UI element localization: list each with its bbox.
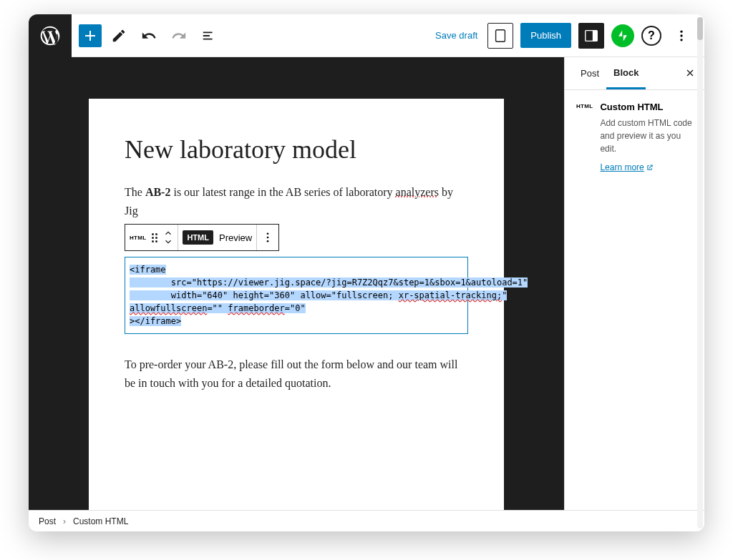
post-title[interactable]: New laboratory model [125,134,468,164]
close-sidebar-button[interactable] [684,67,696,81]
custom-html-block[interactable]: <iframe src="https://viewer.jig.space/?j… [125,257,468,334]
redo-button[interactable] [166,23,192,49]
outline-icon [201,28,217,44]
block-options-button[interactable] [257,225,278,250]
redo-icon [171,28,187,44]
publish-button[interactable]: Publish [520,23,571,48]
sidebar-tabs: Post Block [565,57,704,90]
svg-rect-2 [593,30,597,41]
pencil-icon [111,28,127,44]
paragraph-1[interactable]: The AB-2 is our latest range in the AB s… [125,183,468,220]
document-outline-button[interactable] [196,23,222,49]
learn-more-link[interactable]: Learn more [600,162,653,172]
breadcrumb-root[interactable]: Post [39,516,56,526]
html-type-icon: HTML [130,235,146,241]
kebab-icon [261,231,274,244]
svg-point-4 [680,34,682,36]
jetpack-icon [616,29,630,43]
scrollbar-thumb[interactable] [697,17,703,40]
post-page: New laboratory model The AB-2 is our lat… [89,99,504,510]
settings-panel-toggle[interactable] [578,23,604,49]
breadcrumb: Post › Custom HTML [29,510,704,531]
svg-point-7 [267,237,269,239]
preview-button[interactable] [487,23,513,49]
edit-tool-button[interactable] [106,23,132,49]
preview-mode-button[interactable]: Preview [219,232,252,243]
block-type-switcher[interactable]: HTML [125,225,178,250]
block-info-title: Custom HTML [600,102,693,112]
settings-sidebar: Post Block HTML Custom HTML Add custom H… [564,57,704,510]
tab-block[interactable]: Block [606,58,646,89]
external-link-icon [646,164,654,172]
breadcrumb-current[interactable]: Custom HTML [73,516,128,526]
app-window: Save draft Publish ? New laboratory mode… [29,14,704,531]
html-mode-button[interactable]: HTML [183,230,213,245]
drag-handle-icon[interactable] [152,233,157,242]
device-icon [492,28,508,44]
tab-post[interactable]: Post [573,59,606,88]
editor-area: New laboratory model The AB-2 is our lat… [29,57,704,510]
html-block-icon: HTML [576,103,593,109]
wordpress-logo[interactable] [29,14,72,57]
svg-rect-0 [496,29,505,41]
html-preview-toggle: HTML Preview [178,225,257,250]
block-info-panel: HTML Custom HTML Add custom HTML code an… [565,90,704,184]
close-icon [684,67,696,79]
svg-point-6 [267,233,269,235]
top-toolbar: Save draft Publish ? [29,14,704,57]
svg-point-3 [680,30,682,32]
block-info-description: Add custom HTML code and preview it as y… [600,117,693,155]
options-button[interactable] [669,23,694,49]
kebab-icon [674,29,689,43]
block-toolbar: HTML HTML Preview [125,224,279,251]
plus-icon [82,27,99,44]
paragraph-2[interactable]: To pre-order your AB-2, please fill out … [125,355,468,392]
help-button[interactable]: ? [641,26,661,46]
scrollbar-track [697,17,703,529]
chevron-down-icon [163,238,173,245]
breadcrumb-separator: › [63,516,66,526]
undo-icon [141,28,157,44]
jetpack-button[interactable] [611,24,634,47]
save-draft-button[interactable]: Save draft [435,30,477,41]
svg-point-5 [680,39,682,41]
svg-point-8 [267,240,269,242]
undo-button[interactable] [136,23,162,49]
editor-canvas: New laboratory model The AB-2 is our lat… [29,57,564,510]
sidebar-icon [583,28,599,44]
chevron-up-icon [163,230,173,237]
wordpress-icon [39,24,62,47]
add-block-button[interactable] [79,24,102,47]
block-mover[interactable] [163,230,173,245]
